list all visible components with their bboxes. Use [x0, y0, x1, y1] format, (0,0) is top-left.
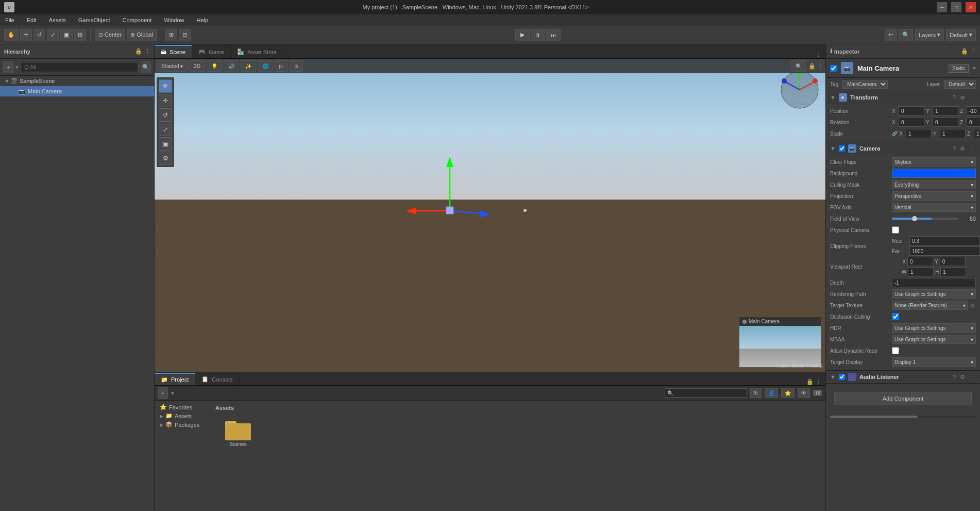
camera-help-btn[interactable]: ?	[952, 145, 957, 152]
layers-dropdown[interactable]: Layers ▾	[915, 29, 944, 41]
scene-eye-tool[interactable]: 👁	[159, 79, 172, 93]
layer-select[interactable]: Default	[944, 80, 976, 89]
menu-assets[interactable]: Assets	[46, 16, 69, 24]
scene-custom-tool[interactable]: ⚙	[159, 152, 172, 165]
static-dropdown-arrow[interactable]: ▾	[973, 65, 976, 72]
fov-axis-dropdown[interactable]: Vertical ▾	[892, 203, 976, 212]
add-component-button[interactable]: Add Component	[834, 392, 972, 405]
viewport-y-input[interactable]	[940, 257, 966, 266]
scale-z-input[interactable]	[974, 129, 980, 138]
hierarchy-search-input[interactable]	[21, 62, 139, 72]
camera-active-checkbox[interactable]	[839, 145, 845, 152]
rotate-tool[interactable]: ↺	[33, 29, 45, 41]
maximize-button[interactable]: □	[951, 2, 961, 12]
dynamic-reso-checkbox[interactable]	[892, 347, 899, 354]
bottom-more-icon[interactable]: ⋮	[816, 378, 821, 385]
tab-more-icon[interactable]: ⋮	[816, 52, 821, 58]
viewport-x-input[interactable]	[907, 257, 933, 266]
rotation-y-input[interactable]	[933, 118, 958, 127]
tab-game[interactable]: 🎮 Game	[192, 45, 231, 58]
assets-item[interactable]: ▶ 📁 Assets	[157, 411, 209, 420]
audio-settings-btn[interactable]: ⚙	[959, 374, 966, 381]
audio-help-btn[interactable]: ?	[952, 374, 957, 381]
near-input[interactable]	[909, 236, 980, 245]
position-z-input[interactable]	[967, 106, 980, 116]
packages-item[interactable]: ▶ 📦 Packages	[157, 420, 209, 429]
far-input[interactable]	[909, 246, 980, 256]
tab-console[interactable]: 📋 Console	[195, 373, 239, 385]
search-button[interactable]: 🔍	[899, 29, 913, 41]
minimize-button[interactable]: ─	[937, 2, 947, 12]
object-active-checkbox[interactable]	[830, 65, 837, 72]
transform-settings-btn[interactable]: ⚙	[959, 94, 966, 101]
hierarchy-dropdown-arrow[interactable]: ▾	[15, 64, 19, 71]
undo-button[interactable]: ↩	[885, 29, 897, 41]
menu-edit[interactable]: Edit	[24, 16, 40, 24]
scene-scale-tool[interactable]: ⤢	[159, 123, 172, 136]
favorites-item[interactable]: ⭐ Favorites	[157, 403, 209, 411]
projection-dropdown[interactable]: Perspective ▾	[892, 191, 976, 201]
transform-help-btn[interactable]: ?	[952, 94, 957, 101]
scene-move-tool[interactable]: ✛	[159, 94, 172, 107]
position-y-input[interactable]	[933, 106, 958, 116]
depth-input[interactable]	[892, 278, 976, 287]
audio-listener-component-header[interactable]: ▼ 🎧 Audio Listener ? ⚙ ⋮	[826, 371, 980, 383]
msaa-dropdown[interactable]: Use Graphics Settings ▾	[892, 335, 976, 344]
scale-x-input[interactable]	[906, 129, 932, 138]
menu-window[interactable]: Window	[161, 16, 187, 24]
tab-scene[interactable]: 🏔 Scene	[155, 45, 192, 58]
grid-tool[interactable]: ⊟	[179, 29, 191, 41]
global-tool[interactable]: ⊕ Global	[127, 29, 157, 41]
pause-button[interactable]: ⏸	[531, 29, 545, 41]
new-folder-btn[interactable]: +	[158, 387, 168, 399]
project-search-input[interactable]	[665, 388, 747, 398]
rect-tool[interactable]: ▣	[60, 29, 73, 41]
scene-more-icon[interactable]: ⋮	[818, 63, 823, 70]
audio-more-btn[interactable]: ⋮	[968, 374, 976, 381]
scene-light-btn[interactable]: 💡	[207, 60, 222, 72]
refresh-btn[interactable]: ↻	[750, 388, 762, 398]
layout-dropdown[interactable]: Default ▾	[946, 29, 976, 41]
menu-component[interactable]: Component	[119, 16, 155, 24]
viewport-h-input[interactable]	[940, 267, 966, 276]
camera-more-btn[interactable]: ⋮	[968, 145, 976, 152]
background-color-swatch[interactable]	[892, 169, 976, 178]
transform-all-tool[interactable]: ⊞	[74, 29, 86, 41]
step-button[interactable]: ⏭	[546, 29, 561, 41]
scale-link-icon[interactable]: 🔗	[892, 131, 898, 136]
tab-asset-store[interactable]: 🏪 Asset Store	[231, 45, 283, 58]
rendering-path-dropdown[interactable]: Use Graphics Settings ▾	[892, 289, 976, 299]
scene-rect-tool[interactable]: ▣	[159, 137, 172, 151]
snap-tool[interactable]: ⊞	[165, 29, 177, 41]
physical-camera-checkbox[interactable]	[892, 226, 899, 234]
target-texture-select-btn[interactable]: ⊙	[969, 302, 976, 309]
hand-tool[interactable]: ✋	[4, 29, 19, 41]
viewport-w-input[interactable]	[908, 267, 934, 276]
scene-fx-btn[interactable]: ✨	[241, 60, 256, 72]
hdr-dropdown[interactable]: Use Graphics Settings ▾	[892, 323, 976, 333]
tab-project[interactable]: 📁 Project	[155, 373, 195, 385]
rotation-z-input[interactable]	[967, 118, 980, 127]
project-eye-btn[interactable]: 👁	[798, 388, 810, 398]
fov-slider[interactable]	[892, 218, 958, 220]
culling-mask-dropdown[interactable]: Everything ▾	[892, 180, 976, 189]
transform-component-header[interactable]: ▼ ⊕ Transform ? ⚙ ⋮	[826, 91, 980, 104]
audio-active-checkbox[interactable]	[839, 374, 845, 380]
project-star-btn[interactable]: ⭐	[781, 388, 795, 398]
clear-flags-dropdown[interactable]: Skybox ▾	[892, 157, 976, 167]
menu-help[interactable]: Help	[193, 16, 211, 24]
inspector-scrollbar-thumb[interactable]	[830, 416, 918, 418]
position-x-input[interactable]	[899, 106, 924, 116]
transform-more-btn[interactable]: ⋮	[968, 94, 976, 101]
tag-select[interactable]: MainCamera	[842, 80, 888, 89]
scene-audio-btn[interactable]: 🔊	[224, 60, 239, 72]
scene-shaded-btn[interactable]: Shaded ▾	[157, 60, 188, 72]
static-button[interactable]: Static	[949, 64, 969, 73]
target-texture-dropdown[interactable]: None (Render Texture) ▾	[892, 301, 968, 310]
move-tool[interactable]: ✛	[20, 29, 32, 41]
scale-y-input[interactable]	[940, 129, 966, 138]
camera-component-header[interactable]: ▼ 📷 Camera ? ⚙ ⋮	[826, 142, 980, 155]
hierarchy-item-scene[interactable]: ▼ 🎬 SampleScene ⋮	[0, 76, 154, 86]
menu-file[interactable]: File	[2, 16, 18, 24]
menu-gameobject[interactable]: GameObject	[75, 16, 113, 24]
